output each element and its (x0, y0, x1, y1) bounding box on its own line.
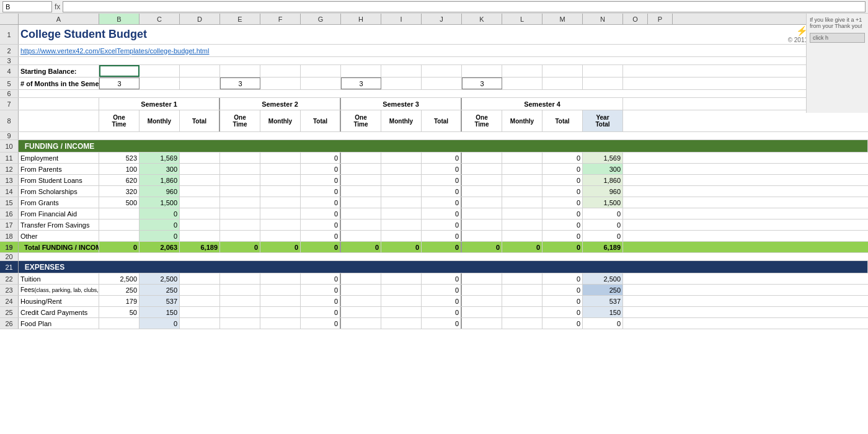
total-j: 0 (422, 242, 462, 252)
col-header-D[interactable]: D (180, 14, 220, 24)
total-f: 0 (260, 242, 301, 252)
loans-g: 0 (301, 175, 341, 185)
cc-m: 0 (542, 307, 583, 317)
spreadsheet: fx A B C D E F G H I J K L M N O P 1 Col… (0, 0, 868, 434)
sidebar-btn[interactable]: click h (810, 33, 865, 43)
tuition-i (381, 273, 422, 284)
col-header-I[interactable]: I (381, 14, 422, 24)
row9-empty (19, 132, 868, 140)
row-8: 8 OneTime Monthly Total OneTime Monthly … (0, 110, 868, 132)
months-s3[interactable]: 3 (341, 78, 381, 89)
total-e: 0 (220, 242, 260, 252)
col-header-O[interactable]: O (623, 14, 648, 24)
s1-onetime: OneTime (99, 110, 140, 131)
total-i: 0 (381, 242, 422, 252)
row-18: 18 Other 0 0 0 0 0 (0, 231, 868, 242)
row-26: 26 Food Plan 0 0 0 0 0 (0, 318, 868, 329)
row-16: 16 From Financial Aid 0 0 0 0 0 (0, 208, 868, 219)
rownum-2: 2 (0, 45, 19, 56)
formula-input[interactable] (63, 1, 866, 12)
row-9: 9 (0, 132, 868, 140)
corner-header (0, 14, 19, 24)
s4-onetime: OneTime (462, 110, 502, 131)
months-s4[interactable]: 3 (462, 78, 502, 89)
row-22: 22 Tuition 2,500 2,500 0 0 0 2,500 (0, 273, 868, 285)
expenses-header: EXPENSES (19, 261, 868, 273)
link-cell[interactable]: https://www.vertex42.com/ExcelTemplates/… (19, 45, 267, 56)
cc-b: 50 (99, 307, 140, 317)
grants-label: From Grants (19, 197, 99, 208)
row-11: 11 Employment 523 1,569 0 0 0 1,569 (0, 153, 868, 164)
other-j: 0 (422, 231, 462, 241)
other-f (260, 231, 301, 241)
row-7: 7 Semester 1 Semester 2 Semester 3 Semes… (0, 98, 868, 110)
fees-i (381, 285, 422, 295)
semester3-header: Semester 3 (341, 98, 462, 110)
rownum-9: 9 (0, 132, 19, 140)
finaid-g: 0 (301, 208, 341, 219)
row3-empty (19, 57, 868, 64)
col-header-J[interactable]: J (422, 14, 462, 24)
food-i (381, 318, 422, 329)
food-k (462, 318, 502, 329)
savings-year: 0 (583, 219, 623, 230)
starting-balance-input[interactable] (99, 65, 140, 77)
title-cell: College Student Budget (19, 25, 385, 44)
months-s2[interactable]: 3 (220, 78, 260, 89)
housing-k (462, 296, 502, 306)
other-c: 0 (140, 231, 180, 241)
savings-e (220, 219, 260, 230)
row4-i (381, 65, 422, 77)
emp-l (502, 153, 542, 163)
col-header-H[interactable]: H (341, 14, 381, 24)
s4-monthly: Monthly (502, 110, 542, 131)
col-header-M[interactable]: M (542, 14, 583, 24)
cc-g: 0 (301, 307, 341, 317)
row2-rest (267, 45, 868, 56)
grid: 1 College Student Budget ⚡ ⚡ Vertex42 © … (0, 25, 868, 434)
col-header-G[interactable]: G (301, 14, 341, 24)
row1-j (707, 25, 748, 44)
fees-f (260, 285, 301, 295)
col-header-E[interactable]: E (220, 14, 260, 24)
col-header-K[interactable]: K (462, 14, 502, 24)
employment-label: Employment (19, 153, 99, 163)
rownum-23: 23 (0, 285, 19, 295)
finaid-k (462, 208, 502, 219)
food-b (99, 318, 140, 329)
col-header-C[interactable]: C (140, 14, 180, 24)
housing-year: 537 (583, 296, 623, 306)
loans-b: 620 (99, 175, 140, 185)
schol-b: 320 (99, 186, 140, 197)
column-headers: A B C D E F G H I J K L M N O P (0, 14, 868, 25)
col-header-B[interactable]: B (99, 14, 140, 24)
col-header-F[interactable]: F (260, 14, 301, 24)
row-14: 14 From Scholarships 320 960 0 0 0 960 (0, 186, 868, 197)
parents-h (341, 164, 381, 174)
months-s1[interactable]: 3 (99, 78, 140, 89)
food-g: 0 (301, 318, 341, 329)
food-f (260, 318, 301, 329)
emp-k (462, 153, 502, 163)
grants-d (180, 197, 220, 208)
col-header-P[interactable]: P (648, 14, 673, 24)
housing-label: Housing/Rent (19, 296, 99, 306)
rownum-14: 14 (0, 186, 19, 197)
other-e (220, 231, 260, 241)
cc-h (341, 307, 381, 317)
tuition-d (180, 273, 220, 284)
total-a: 0 (99, 242, 140, 252)
rownum-16: 16 (0, 208, 19, 219)
savings-j: 0 (422, 219, 462, 230)
cc-k (462, 307, 502, 317)
other-l (502, 231, 542, 241)
savings-k (462, 219, 502, 230)
row-10: 10 FUNDING / INCOME (0, 140, 868, 153)
loans-e (220, 175, 260, 185)
col-header-L[interactable]: L (502, 14, 542, 24)
parents-c: 300 (140, 164, 180, 174)
col-header-A[interactable]: A (19, 14, 99, 24)
name-box[interactable] (2, 1, 52, 12)
col-header-N[interactable]: N (583, 14, 623, 24)
rownum-25: 25 (0, 307, 19, 317)
